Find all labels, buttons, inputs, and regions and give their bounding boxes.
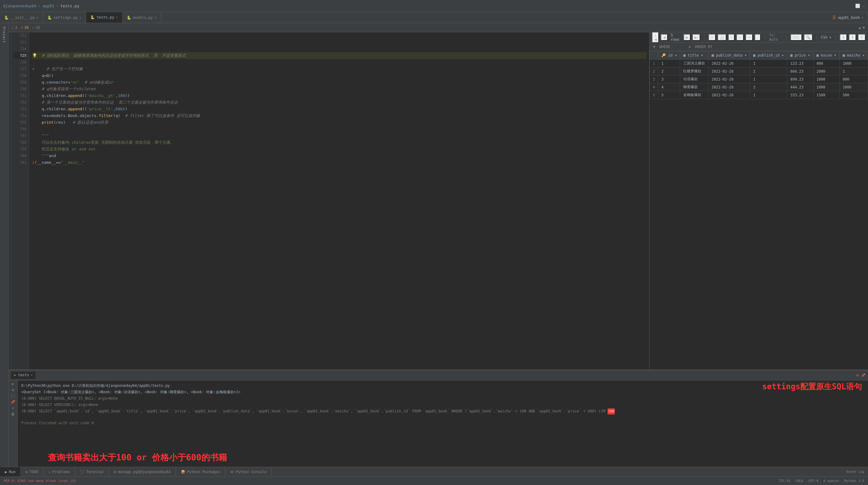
run-icon: ▶	[5, 470, 7, 474]
upload-btn[interactable]: ⬆	[849, 34, 856, 41]
tab-db[interactable]: 🗄 app01_book ✕	[828, 12, 868, 23]
code-line	[32, 59, 646, 66]
first-btn[interactable]: |◀	[652, 32, 659, 43]
close-icon[interactable]: ✕	[862, 16, 863, 19]
scroll-down-icon[interactable]: ▼	[863, 26, 865, 30]
fold-icon[interactable]: ▾	[32, 66, 37, 72]
code-line-737: """	[32, 132, 646, 139]
col-header-title[interactable]: ▦ title ▾	[680, 51, 708, 60]
close-icon[interactable]: ✕	[155, 16, 157, 19]
refresh-btn[interactable]: ⟳	[708, 34, 716, 41]
table-row[interactable]: 5 5 金梅板爆款 2022-02-26 1 333.23 1500 500	[650, 91, 868, 99]
console-icon: ≫	[230, 470, 234, 474]
bottom-tab-todo[interactable]: ≡ TODO	[21, 467, 43, 477]
cell-publish-id: 1	[750, 91, 787, 99]
bottom-tab-console[interactable]: ≫ Python Console	[225, 467, 272, 477]
table-row[interactable]: 3 3 论语爆款 2022-02-26 1 899.23 1000 800	[650, 75, 868, 83]
cell-publish-data: 2022-02-26	[708, 67, 750, 75]
tab-settings[interactable]: 🐍 settings.py ✕	[43, 12, 86, 23]
table-row[interactable]: 2 2 红楼梦爆款 2022-02-26 2 666.23 2000 1	[650, 67, 868, 75]
col-header-id[interactable]: 🔑 id ▾	[658, 51, 680, 60]
ddl-btn[interactable]: DDL	[790, 34, 802, 41]
close-icon[interactable]: ✕	[116, 15, 118, 19]
bottom-tab-problems[interactable]: ⚠ Problems	[43, 467, 75, 477]
indent: 4 spaces	[823, 479, 839, 483]
code-line-731: q . children . append (( 'maichu__gt' , …	[32, 92, 646, 99]
col-header-publish-data[interactable]: ▦ publish_data ▾	[708, 51, 750, 60]
csv-arrow[interactable]: ▾	[829, 35, 832, 39]
db-filter-bar: ▼ WHERE ≡ ORDER BY	[649, 42, 868, 51]
tab-tests[interactable]: 🐍 tests.py ✕	[86, 12, 122, 23]
scroll-up-icon[interactable]: ▲	[859, 26, 861, 30]
module-link[interactable]: app01	[42, 4, 54, 8]
col-header-maichu[interactable]: ▦ maichu ▾	[839, 51, 868, 60]
run-wrap-icon[interactable]: ↩	[12, 406, 14, 410]
cell-id: 4	[658, 83, 680, 91]
code-editor[interactable]: 722 723 724 725 726 727 728 729 730 731 …	[11, 32, 649, 369]
cell-title: 论语爆款	[680, 75, 708, 83]
run-output[interactable]: D:\Python36\python.exe D:/计算机知识存储/django…	[18, 381, 868, 467]
col-header-price[interactable]: ▦ price ▾	[787, 51, 813, 60]
bottom-tab-run[interactable]: ▶ Run	[0, 467, 21, 477]
todo-icon: ≡	[26, 470, 28, 474]
warning-count[interactable]: ⚡ 39	[21, 26, 29, 30]
run-clear-icon[interactable]: 🗑	[11, 412, 15, 416]
tab-init[interactable]: 🐍 __init__.py ✕	[0, 12, 43, 23]
last-btn[interactable]: ▶|	[692, 34, 700, 41]
col-header-kucun[interactable]: ▦ kucun ▾	[813, 51, 839, 60]
cell-maichu: 1	[839, 67, 868, 75]
run-sql2: (0.000) SELECT VERSION(); args=None	[21, 402, 864, 408]
file-link[interactable]: tests.py	[60, 4, 79, 8]
cell-publish-id: 2	[750, 67, 787, 75]
app-root: djangooneday64 › app01 › tests.py ⬜ — 🐍 …	[0, 0, 868, 485]
code-line	[32, 45, 646, 52]
bottom-tab-manage[interactable]: ⚙ manage.py@djangooneday64	[109, 467, 176, 477]
table-row[interactable]: 1 1 三国演义爆款 2022-02-26 1 123.23 800 1000	[650, 60, 868, 67]
prev-btn[interactable]: ◀	[661, 34, 668, 41]
terminal-icon: ⬛	[80, 470, 85, 474]
cell-price: 899.23	[787, 75, 813, 83]
undo-btn[interactable]: ↩	[736, 34, 744, 41]
run-stop-icon[interactable]: ⬛	[11, 394, 15, 398]
settings-icon[interactable]: ⚙	[857, 373, 859, 378]
db-table-container[interactable]: 🔑 id ▾ ▦ title ▾ ▦ publish_data ▾ ▦ publ…	[649, 51, 868, 369]
error-count[interactable]: ⚠ 3	[11, 26, 17, 30]
bottom-tab-packages[interactable]: 📦 Python Packages	[176, 467, 225, 477]
row-num: 2	[650, 67, 658, 75]
close-icon[interactable]: ✕	[36, 16, 38, 19]
cell-publish-data: 2022-02-26	[708, 83, 750, 91]
ok-count[interactable]: ✓ 38	[32, 26, 40, 30]
run-settings-icon[interactable]: ⚙	[12, 388, 14, 392]
maximize-icon[interactable]: ⬜	[855, 4, 860, 8]
cell-maichu: 500	[839, 91, 868, 99]
table-row[interactable]: 4 4 聊斋爆款 2022-02-26 2 444.23 1000 1000	[650, 83, 868, 91]
extra-btn[interactable]: ⚙	[858, 34, 866, 41]
run-tab-tests[interactable]: ▶ tests ✕	[11, 371, 36, 379]
run-play-btn[interactable]: ▶	[12, 382, 14, 386]
bottom-tab-terminal[interactable]: ⬛ Terminal	[75, 467, 109, 477]
ok-icon: ✓	[32, 26, 34, 30]
position: 725:41	[778, 479, 790, 483]
search-btn[interactable]: 🔍	[804, 34, 813, 41]
project-link[interactable]: djangooneday64	[3, 4, 36, 8]
col-header-row[interactable]	[650, 51, 658, 60]
top-bar: djangooneday64 › app01 › tests.py ⬜ —	[0, 0, 868, 12]
col-header-publish-id[interactable]: ▦ publish_id ▾	[750, 51, 787, 60]
tab-models[interactable]: 🐍 models.py ✕	[122, 12, 161, 23]
close-icon[interactable]: ✕	[31, 373, 33, 377]
next-btn[interactable]: ▶	[684, 34, 690, 41]
redo-btn[interactable]: ↪	[746, 34, 753, 41]
submit-btn[interactable]: ↑	[755, 34, 761, 41]
add-btn[interactable]: +	[728, 34, 735, 41]
stop-btn[interactable]: ⬜	[718, 34, 726, 41]
event-log-link[interactable]: Event Log	[846, 470, 864, 474]
sidebar-project[interactable]: Project	[2, 26, 6, 44]
run-path: D:\Python36\python.exe D:/计算机知识存储/django…	[21, 383, 864, 389]
cell-publish-id: 1	[750, 75, 787, 83]
download-btn[interactable]: ⬇	[840, 34, 847, 41]
pin-icon[interactable]: 📌	[861, 373, 866, 378]
minimize-icon[interactable]: —	[863, 4, 865, 8]
run-pin-icon[interactable]: 📌	[11, 400, 15, 404]
cell-price: 123.23	[787, 60, 813, 67]
close-icon[interactable]: ✕	[80, 16, 82, 19]
